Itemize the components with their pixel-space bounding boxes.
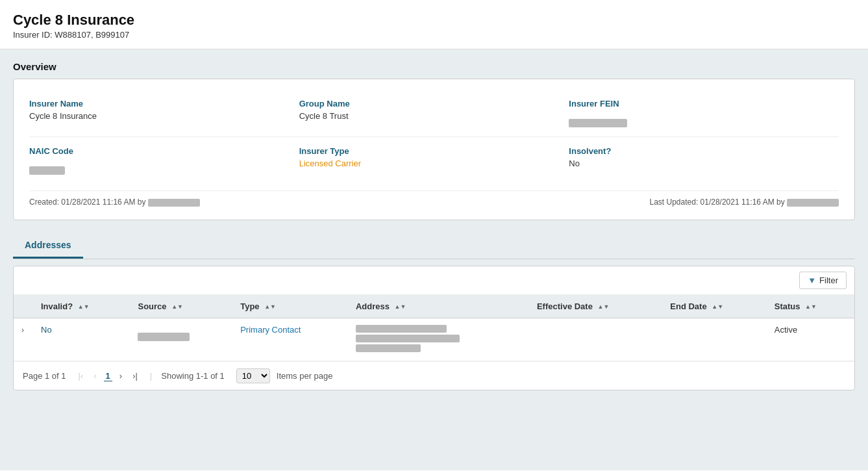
insolvent-value: No bbox=[569, 159, 839, 168]
filter-label: Filter bbox=[819, 275, 838, 285]
addresses-table-section: ▼ Filter Invalid? ▲▼ Source ▲▼ T bbox=[13, 266, 855, 390]
group-name-value: Cycle 8 Trust bbox=[299, 111, 569, 121]
naic-code-field: NAIC Code bbox=[29, 140, 299, 181]
overview-footer: Created: 01/28/2021 11:16 AM by Last Upd… bbox=[29, 190, 839, 207]
naic-code-label: NAIC Code bbox=[29, 146, 299, 156]
col-expand bbox=[14, 295, 33, 318]
updated-label: Last Updated: 01/28/2021 11:16 AM by bbox=[650, 198, 785, 207]
address-line1-redacted bbox=[356, 325, 447, 333]
sort-effective-date-icon: ▲▼ bbox=[598, 304, 610, 310]
sort-status-icon: ▲▼ bbox=[805, 304, 817, 310]
sort-source-icon: ▲▼ bbox=[171, 304, 183, 310]
overview-divider bbox=[29, 136, 839, 137]
expand-icon[interactable]: › bbox=[21, 326, 24, 335]
showing-label: Showing 1-1 of 1 bbox=[161, 371, 225, 381]
table-toolbar: ▼ Filter bbox=[14, 266, 854, 295]
end-date-cell bbox=[662, 318, 766, 361]
status-cell: Active bbox=[767, 318, 854, 361]
created-label: Created: 01/28/2021 11:16 AM by bbox=[29, 198, 145, 207]
created-info: Created: 01/28/2021 11:16 AM by bbox=[29, 198, 200, 207]
insurer-fein-value bbox=[569, 111, 839, 127]
prev-page-button[interactable]: ‹ bbox=[90, 370, 99, 382]
page-title: Cycle 8 Insurance bbox=[13, 12, 855, 29]
updated-info: Last Updated: 01/28/2021 11:16 AM by bbox=[650, 198, 839, 207]
separator: | bbox=[150, 371, 152, 381]
tab-addresses[interactable]: Addresses bbox=[13, 233, 83, 259]
insurer-type-value: Licensed Carrier bbox=[299, 159, 569, 168]
first-page-button[interactable]: |‹ bbox=[75, 370, 87, 382]
insurer-name-label: Insurer Name bbox=[29, 99, 299, 109]
insurer-id: Insurer ID: W888107, B999107 bbox=[13, 30, 855, 40]
address-line2-redacted bbox=[356, 335, 460, 342]
group-name-field: Group Name Cycle 8 Trust bbox=[299, 92, 569, 134]
group-name-label: Group Name bbox=[299, 99, 569, 109]
sort-type-icon: ▲▼ bbox=[264, 304, 276, 310]
type-cell: Primary Contact bbox=[232, 318, 348, 361]
next-page-button[interactable]: › bbox=[116, 370, 125, 382]
last-page-button[interactable]: ›| bbox=[129, 370, 141, 382]
sort-address-icon: ▲▼ bbox=[395, 304, 406, 310]
filter-icon: ▼ bbox=[808, 275, 816, 285]
pagination: Page 1 of 1 |‹ ‹ 1 › ›| | Showing 1-1 of… bbox=[14, 361, 854, 390]
col-effective-date[interactable]: Effective Date ▲▼ bbox=[529, 295, 662, 318]
address-line3-redacted bbox=[356, 344, 421, 352]
col-invalid[interactable]: Invalid? ▲▼ bbox=[33, 295, 130, 318]
insurer-name-value: Cycle 8 Insurance bbox=[29, 111, 299, 121]
items-per-page-label: Items per page bbox=[277, 371, 333, 381]
insurer-type-label: Insurer Type bbox=[299, 146, 569, 156]
naic-code-value bbox=[29, 159, 299, 175]
sort-invalid-icon: ▲▼ bbox=[78, 304, 90, 310]
updated-by-redacted bbox=[787, 199, 839, 207]
address-cell bbox=[348, 318, 529, 361]
col-source[interactable]: Source ▲▼ bbox=[130, 295, 232, 318]
source-redacted bbox=[138, 333, 190, 341]
overview-title: Overview bbox=[13, 61, 855, 72]
tabs-bar: Addresses bbox=[13, 233, 855, 259]
table-header-row: Invalid? ▲▼ Source ▲▼ Type ▲▼ Address ▲▼ bbox=[14, 295, 854, 318]
naic-redacted bbox=[29, 166, 65, 175]
overview-card: Insurer Name Cycle 8 Insurance Group Nam… bbox=[13, 79, 855, 220]
col-type[interactable]: Type ▲▼ bbox=[232, 295, 348, 318]
page-info: Page 1 of 1 bbox=[23, 371, 66, 381]
insurer-fein-label: Insurer FEIN bbox=[569, 99, 839, 109]
effective-date-cell bbox=[529, 318, 662, 361]
overview-grid: Insurer Name Cycle 8 Insurance Group Nam… bbox=[29, 92, 839, 181]
sort-end-date-icon: ▲▼ bbox=[712, 304, 723, 310]
fein-redacted bbox=[569, 119, 627, 127]
insolvent-field: Insolvent? No bbox=[569, 140, 839, 181]
content-area: Overview Insurer Name Cycle 8 Insurance … bbox=[0, 49, 868, 470]
page-header: Cycle 8 Insurance Insurer ID: W888107, B… bbox=[0, 0, 868, 49]
current-page: 1 bbox=[104, 371, 112, 381]
col-status[interactable]: Status ▲▼ bbox=[767, 295, 854, 318]
status-value: Active bbox=[775, 325, 797, 335]
invalid-value: No bbox=[41, 325, 52, 335]
col-address[interactable]: Address ▲▼ bbox=[348, 295, 529, 318]
source-cell bbox=[130, 318, 232, 361]
insurer-type-field: Insurer Type Licensed Carrier bbox=[299, 140, 569, 181]
invalid-cell: No bbox=[33, 318, 130, 361]
insurer-name-field: Insurer Name Cycle 8 Insurance bbox=[29, 92, 299, 134]
type-value: Primary Contact bbox=[240, 325, 301, 335]
filter-button[interactable]: ▼ Filter bbox=[799, 272, 847, 289]
insurer-fein-field: Insurer FEIN bbox=[569, 92, 839, 134]
col-end-date[interactable]: End Date ▲▼ bbox=[662, 295, 766, 318]
items-per-page-select[interactable]: 10 25 50 100 bbox=[236, 368, 270, 383]
addresses-table: Invalid? ▲▼ Source ▲▼ Type ▲▼ Address ▲▼ bbox=[14, 295, 854, 361]
created-by-redacted bbox=[148, 199, 200, 207]
table-row: › No Primary Contact bbox=[14, 318, 854, 361]
insolvent-label: Insolvent? bbox=[569, 146, 839, 156]
expand-cell[interactable]: › bbox=[14, 318, 33, 361]
